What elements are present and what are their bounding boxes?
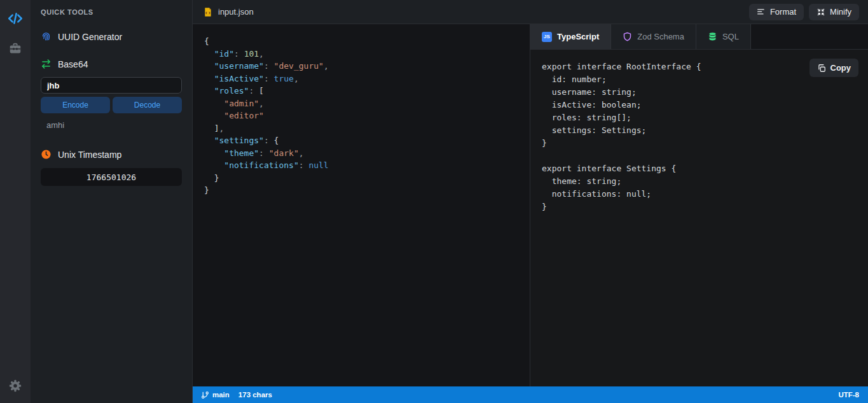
swap-arrows-icon xyxy=(41,59,52,69)
typescript-icon: JS xyxy=(542,32,552,42)
copy-icon xyxy=(817,64,826,73)
file-tab-label: input.json xyxy=(218,7,254,17)
char-count: 173 chars xyxy=(238,391,272,399)
database-icon xyxy=(708,32,717,41)
encode-button[interactable]: Encode xyxy=(41,97,110,113)
editor-topbar: input.json Format Minify xyxy=(193,0,868,24)
tab-zod-schema[interactable]: Zod Schema xyxy=(611,24,696,49)
sidebar-item-unix-timestamp[interactable]: Unix Timestamp xyxy=(41,149,182,160)
tab-zod-schema-label: Zod Schema xyxy=(637,32,684,41)
output-content: export interface RootInterface { id: num… xyxy=(530,50,868,386)
tab-typescript-label: TypeScript xyxy=(557,32,599,41)
minify-button[interactable]: Minify xyxy=(809,4,859,20)
ts-code: export interface RootInterface { id: num… xyxy=(542,60,868,213)
sidebar-item-base64[interactable]: Base64 xyxy=(41,59,182,69)
json-editor[interactable]: { "id": 101, "username": "dev_guru", "is… xyxy=(193,24,530,386)
decode-button[interactable]: Decode xyxy=(113,97,182,113)
clock-icon xyxy=(41,149,52,160)
output-tab-bar: JS TypeScript Zod Schema SQL xyxy=(530,24,868,50)
minify-button-label: Minify xyxy=(830,7,851,17)
uuid-generator-label: UUID Generator xyxy=(58,32,122,42)
encoding-indicator[interactable]: UTF-8 xyxy=(838,391,859,399)
gear-icon[interactable] xyxy=(8,379,22,393)
icon-rail xyxy=(0,0,31,403)
zod-shield-icon xyxy=(623,32,632,41)
output-panel: JS TypeScript Zod Schema SQL xyxy=(530,24,868,386)
base64-output: amhi xyxy=(46,120,182,130)
format-button[interactable]: Format xyxy=(749,4,804,20)
sidebar-item-uuid-generator[interactable]: UUID Generator xyxy=(41,31,182,42)
tab-sql-label: SQL xyxy=(722,32,739,41)
json-file-icon xyxy=(203,7,213,17)
shrink-icon xyxy=(816,8,825,17)
sidebar-title: QUICK TOOLS xyxy=(41,8,182,16)
copy-button[interactable]: Copy xyxy=(809,59,859,77)
base64-label: Base64 xyxy=(58,59,88,69)
quick-tools-sidebar: QUICK TOOLS UUID Generator Base64 Encode… xyxy=(31,0,193,403)
main-area: input.json Format Minify { "id": 101, "u… xyxy=(193,0,868,403)
unix-timestamp-label: Unix Timestamp xyxy=(58,150,121,160)
copy-button-label: Copy xyxy=(830,63,851,73)
git-branch-icon xyxy=(201,391,209,399)
unix-timestamp-value: 1766501026 xyxy=(41,168,182,186)
format-button-label: Format xyxy=(770,7,796,17)
tab-typescript[interactable]: JS TypeScript xyxy=(530,24,611,49)
git-branch-indicator[interactable]: main xyxy=(201,391,230,399)
json-code: { "id": 101, "username": "dev_guru", "is… xyxy=(204,35,530,197)
toolbox-icon[interactable] xyxy=(8,42,22,56)
base64-input[interactable] xyxy=(41,77,182,94)
align-left-icon xyxy=(757,8,766,17)
fingerprint-icon xyxy=(41,31,52,42)
tab-sql[interactable]: SQL xyxy=(696,24,751,49)
file-tab-input-json[interactable]: input.json xyxy=(203,7,254,17)
branch-name: main xyxy=(212,391,230,399)
code-logo-icon[interactable] xyxy=(7,10,24,27)
status-bar: main 173 chars UTF-8 xyxy=(193,386,868,403)
